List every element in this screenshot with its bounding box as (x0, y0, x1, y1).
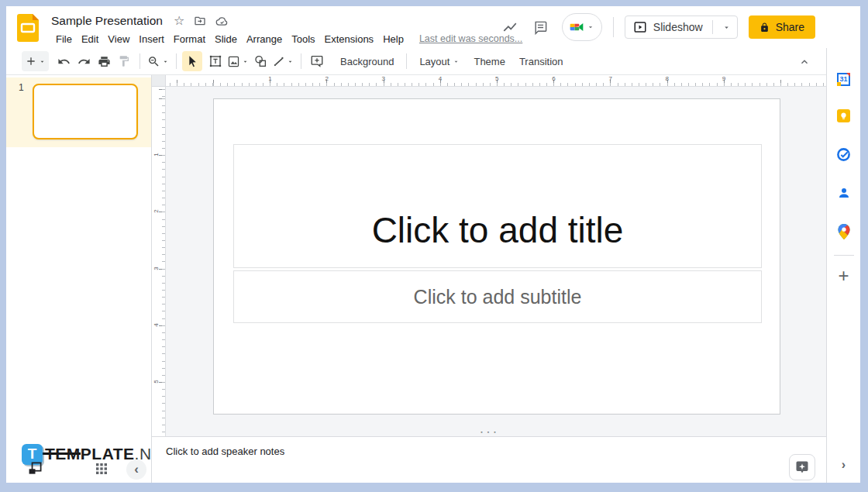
app-window: Sample Presentation ☆ File Edit View Ins… (6, 6, 860, 483)
header-separator (613, 17, 614, 37)
vertical-ruler[interactable]: 12345 (152, 87, 166, 436)
slide-thumbnail-row[interactable]: 1 (6, 77, 151, 147)
insert-shape-button[interactable] (250, 51, 270, 71)
collapse-toolbar-icon[interactable] (795, 53, 814, 71)
grid-view-button[interactable] (96, 463, 107, 477)
meet-dropdown-caret-icon (587, 23, 594, 31)
insert-comment-button[interactable] (307, 51, 327, 71)
join-meet-button[interactable] (562, 13, 602, 41)
print-button[interactable] (94, 51, 114, 71)
transition-button[interactable]: Transition (512, 52, 570, 71)
menu-file[interactable]: File (51, 31, 77, 47)
title-placeholder[interactable]: Click to add title (233, 144, 762, 268)
menu-edit[interactable]: Edit (77, 31, 103, 47)
lock-icon (760, 22, 770, 33)
comment-history-icon[interactable] (531, 17, 551, 37)
insert-image-button[interactable] (226, 51, 250, 71)
slide-number: 1 (19, 82, 33, 147)
speaker-notes-placeholder[interactable]: Click to add speaker notes (166, 446, 284, 457)
templatenet-watermark: T TEMPLATE.NET (22, 442, 173, 466)
line-caret-icon (287, 58, 294, 65)
menu-bar: File Edit View Insert Format Slide Arran… (51, 29, 522, 48)
menu-view[interactable]: View (103, 31, 134, 47)
image-caret-icon (242, 58, 249, 65)
app-header: Sample Presentation ☆ File Edit View Ins… (6, 6, 860, 48)
layout-caret-icon (453, 58, 460, 65)
zoom-button[interactable] (146, 51, 170, 71)
speaker-notes-panel[interactable]: Click to add speaker notes (152, 436, 826, 483)
google-contacts-icon[interactable] (833, 182, 855, 204)
star-icon[interactable]: ☆ (174, 15, 184, 27)
menu-slide[interactable]: Slide (210, 31, 242, 47)
explore-button[interactable] (789, 454, 815, 480)
zoom-caret-icon (162, 58, 169, 65)
filmstrip-panel: 1 T TEMPLATE.NET ‹ (6, 75, 152, 483)
google-slides-logo-icon[interactable] (17, 14, 40, 48)
slide-thumbnail[interactable] (33, 84, 138, 139)
theme-button[interactable]: Theme (467, 52, 512, 71)
google-keep-icon[interactable] (833, 105, 855, 126)
slide-editor[interactable]: Click to add title Click to add subtitle (213, 98, 780, 415)
side-panel-rail: 31 + (826, 48, 860, 483)
new-slide-button[interactable] (22, 51, 49, 71)
redo-button[interactable] (74, 51, 94, 71)
share-button[interactable]: Share (749, 15, 815, 39)
ruler-origin-corner (152, 75, 166, 87)
move-folder-icon[interactable] (194, 15, 206, 27)
horizontal-ruler[interactable]: 123456789 (166, 75, 826, 87)
document-title[interactable]: Sample Presentation (51, 14, 163, 28)
rail-divider (834, 255, 854, 256)
document-activity-icon[interactable] (500, 17, 520, 37)
filmstrip-view-button[interactable] (28, 461, 43, 479)
menu-insert[interactable]: Insert (134, 31, 169, 47)
subtitle-placeholder[interactable]: Click to add subtitle (233, 270, 762, 323)
collapse-filmstrip-button[interactable]: ‹ (126, 459, 146, 480)
toolbar: Background Layout Theme Transition (6, 48, 826, 75)
header-actions: Slideshow Share (500, 6, 815, 48)
insert-line-button[interactable] (270, 51, 295, 71)
notes-resize-handle[interactable]: ▪ ▪ ▪ (480, 429, 497, 435)
select-tool-button[interactable] (182, 51, 202, 71)
google-maps-icon[interactable] (833, 221, 855, 243)
menu-arrange[interactable]: Arrange (242, 31, 287, 47)
menu-tools[interactable]: Tools (287, 31, 319, 47)
menu-help[interactable]: Help (378, 31, 408, 47)
slideshow-dropdown-caret-icon[interactable] (722, 23, 731, 32)
layout-button[interactable]: Layout (412, 52, 467, 71)
menu-extensions[interactable]: Extensions (320, 31, 379, 47)
slideshow-button[interactable]: Slideshow (625, 15, 738, 39)
get-add-ons-button[interactable]: + (838, 267, 849, 285)
undo-button[interactable] (53, 51, 74, 71)
present-icon (633, 20, 647, 34)
header-text-block: Sample Presentation ☆ File Edit View Ins… (51, 6, 522, 48)
google-meet-icon (569, 19, 584, 35)
new-slide-caret-icon (39, 58, 46, 65)
background-button[interactable]: Background (333, 52, 401, 71)
document-status-cloud-icon[interactable] (215, 15, 229, 28)
google-tasks-icon[interactable] (833, 143, 855, 165)
chevron-left-icon: ‹ (134, 462, 139, 477)
menu-format[interactable]: Format (169, 31, 210, 47)
text-box-button[interactable] (205, 51, 226, 71)
google-calendar-icon[interactable]: 31 (833, 68, 855, 90)
paint-format-button[interactable] (114, 51, 134, 71)
show-side-panel-icon[interactable]: › (842, 458, 846, 472)
slide-canvas-area: 123456789 12345 Click to add title Click… (152, 75, 826, 436)
